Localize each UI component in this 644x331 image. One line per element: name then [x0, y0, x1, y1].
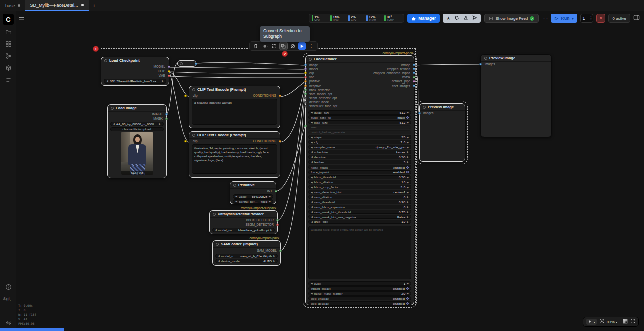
prev-arrow-icon[interactable]: ◀: [311, 181, 313, 184]
port-dot-icon[interactable]: [304, 97, 307, 99]
widget-row[interactable]: ◀ bbox_threshold 0.50 ▶: [308, 175, 411, 180]
widget-row[interactable]: ◀ bbox_crop_factor 3.0 ▶: [308, 185, 411, 189]
prev-arrow-icon[interactable]: ◀: [311, 210, 313, 213]
port-dot-icon[interactable]: [413, 68, 415, 70]
prev-arrow-icon[interactable]: ◀: [311, 215, 313, 218]
node-header[interactable]: Load Checkpoint: [101, 57, 169, 64]
port-dot-icon[interactable]: [168, 65, 170, 68]
minimap-icon[interactable]: [623, 319, 628, 325]
input-port[interactable]: detailer_hook: [306, 100, 361, 104]
node-load-image[interactable]: Load Image IMAGE MASK ◀ AA_00_try_00000_…: [107, 104, 167, 178]
next-arrow-icon[interactable]: ▶: [407, 141, 409, 144]
fit-view-icon[interactable]: [599, 319, 604, 325]
caret-down-icon[interactable]: ▾: [594, 320, 595, 324]
input-port[interactable]: clip: [193, 93, 197, 98]
collapse-dot[interactable]: [192, 88, 195, 91]
star-icon[interactable]: ★: [445, 16, 452, 21]
next-arrow-icon[interactable]: ▶: [407, 155, 409, 158]
output-port[interactable]: INT: [230, 189, 276, 193]
input-port[interactable]: sam_model_opt: [306, 92, 361, 96]
prompt-textarea[interactable]: a beautiful japanese woman: [192, 99, 277, 125]
widget-row[interactable]: ◀ bbox_dilation 10 ▶: [308, 180, 411, 184]
interrupt-button[interactable]: ✕: [596, 14, 605, 23]
widget-row[interactable]: ◀ cfg 7.0 ▶: [308, 140, 411, 144]
port-dot-icon[interactable]: [304, 72, 307, 74]
next-arrow-icon[interactable]: ▶: [407, 215, 409, 218]
widget-row[interactable]: ◀ inpaint_model disabled ▶: [308, 286, 411, 291]
widget-row[interactable]: ◀ tiled_encode disabled ▶: [308, 296, 411, 301]
more-options-icon[interactable]: ⋮: [307, 42, 315, 50]
output-port[interactable]: cropped_refined: [358, 67, 414, 71]
port-dot-icon[interactable]: [304, 93, 307, 95]
widget-row[interactable]: ◀ guide_size 512 ▶: [308, 110, 411, 115]
prev-arrow-icon[interactable]: ◀: [311, 220, 313, 223]
port-dot-icon[interactable]: [279, 249, 282, 252]
collapse-dot[interactable]: [484, 57, 487, 60]
upload-button[interactable]: choose file to upload: [110, 127, 164, 132]
prev-arrow-icon[interactable]: ◀: [106, 79, 108, 82]
toggle-dot-icon[interactable]: [406, 171, 409, 173]
prev-arrow-icon[interactable]: ◀: [311, 205, 313, 208]
input-port[interactable]: clip: [306, 71, 361, 75]
show-image-feed-button[interactable]: Show Image Feed ✓: [484, 14, 539, 23]
terminal-icon[interactable]: &gt;_: [4, 295, 12, 303]
next-arrow-icon[interactable]: ▶: [407, 181, 409, 184]
next-arrow-icon[interactable]: ▶: [407, 150, 409, 153]
widget-row[interactable]: ◀ model_name sam_vit_b_01ec64.pth ▶: [215, 254, 278, 258]
tab-active-workflow[interactable]: SD_Mylib—FaceDetai...: [25, 0, 89, 11]
input-port[interactable]: images: [481, 62, 551, 66]
output-port[interactable]: SAM_MODEL: [213, 248, 280, 253]
widget-row[interactable]: ◀ model_name bbox/face_yolov8m.pt ▶: [212, 228, 275, 232]
port-dot-icon[interactable]: [413, 85, 415, 87]
port-dot-icon[interactable]: [304, 85, 307, 87]
node-header[interactable]: Preview Image: [481, 55, 551, 62]
zoom-level-dropdown[interactable]: 83% ▾: [607, 320, 617, 324]
focus-mode-icon[interactable]: [630, 319, 635, 325]
port-dot-icon[interactable]: [165, 117, 168, 120]
node-header[interactable]: SAMLoader (Impact): [213, 241, 280, 248]
menu-hamburger-icon[interactable]: [18, 15, 24, 24]
output-port[interactable]: MASK: [108, 116, 166, 121]
bell-icon[interactable]: [453, 15, 461, 21]
prev-arrow-icon[interactable]: ◀: [113, 122, 115, 125]
widget-row[interactable]: ◀ noise_mask_feather 20 ▶: [308, 291, 411, 296]
widget-row[interactable]: ◀ sam_dilation 0 ▶: [308, 195, 411, 199]
widget-row[interactable]: ◀ sampler_name dpmpp_2m_sde_gpu ▶: [308, 145, 411, 149]
seed-input-port-dot[interactable]: [304, 125, 307, 127]
port-dot-icon[interactable]: [304, 105, 307, 107]
node-primitive[interactable]: Primitive INT ◀ value 564100828 ▶ ◀ cont…: [230, 181, 276, 204]
node-header[interactable]: CLIP Text Encode (Prompt): [189, 86, 280, 93]
new-workflow-tab-button[interactable]: +: [89, 0, 100, 11]
toggle-dot-icon[interactable]: [406, 116, 409, 119]
manager-button[interactable]: Manager: [407, 14, 440, 23]
port-dot-icon[interactable]: [304, 89, 307, 91]
output-port[interactable]: detailer_pipe: [358, 79, 414, 84]
port-dot-icon[interactable]: [304, 101, 307, 103]
widget-row[interactable]: ◀ drop_size 10 ▶: [308, 220, 411, 224]
prev-arrow-icon[interactable]: ◀: [311, 160, 313, 163]
node-preview-image-right[interactable]: Preview Image images: [480, 54, 552, 137]
next-arrow-icon[interactable]: ▶: [162, 79, 164, 82]
prev-arrow-icon[interactable]: ◀: [311, 292, 313, 295]
input-port[interactable]: scheduler_func_opt: [306, 104, 361, 108]
output-port[interactable]: cnet_images: [358, 84, 414, 88]
widget-row[interactable]: ◀ value 564100828 ▶: [233, 194, 273, 199]
port-dot-icon[interactable]: [418, 112, 421, 114]
widget-row[interactable]: ◀ sam_threshold 0.93 ▶: [308, 200, 411, 204]
next-arrow-icon[interactable]: ▶: [407, 195, 409, 198]
prev-arrow-icon[interactable]: ◀: [235, 195, 237, 198]
widget-row[interactable]: ◀ max_size 512 ▶: [308, 120, 411, 125]
active-jobs-badge[interactable]: 0 active: [608, 14, 630, 23]
prev-arrow-icon[interactable]: ◀: [311, 195, 313, 198]
widget-row[interactable]: ◀ feather 5 ▶: [308, 160, 411, 164]
node-preview-image-mid[interactable]: Preview Image images: [419, 103, 465, 162]
output-port[interactable]: IMAGE: [108, 112, 166, 116]
prompt-textarea[interactable]: illustration, 3d, sepia, painting, carto…: [192, 144, 277, 174]
port-dot-icon[interactable]: [276, 223, 279, 226]
help-icon[interactable]: [4, 283, 12, 291]
batch-count-input[interactable]: 1 ▴ ▾: [580, 14, 593, 23]
workflows-icon[interactable]: [4, 28, 12, 36]
execute-selection-icon[interactable]: [298, 42, 306, 50]
output-port[interactable]: MODEL: [101, 64, 169, 69]
widget-row[interactable]: ◀ tiled_decode disabled ▶: [308, 301, 411, 306]
